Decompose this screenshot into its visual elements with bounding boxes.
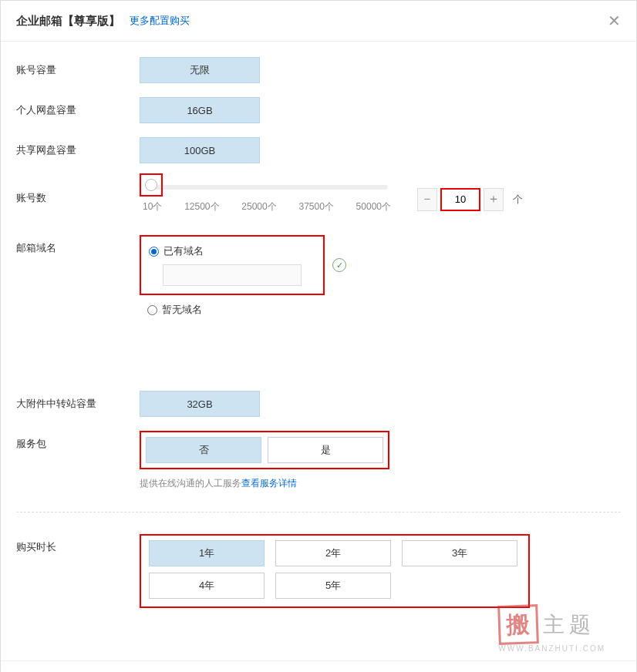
qty-plus-button[interactable]: ＋: [484, 188, 504, 211]
watermark: 搬主题 WWW.BANZHUTI.COM: [498, 605, 605, 653]
modal-body: 账号容量 无限 个人网盘容量 16GB 共享网盘容量 100GB 账号数 10个…: [1, 42, 636, 660]
service-pack-no[interactable]: 否: [146, 437, 261, 463]
label-account-count: 账号数: [16, 185, 140, 205]
slider-tick: 37500个: [298, 200, 333, 213]
chip-large-attach[interactable]: 32GB: [140, 391, 260, 417]
domain-existing-box: 已有域名: [140, 235, 325, 295]
chip-shared-disk[interactable]: 100GB: [140, 137, 260, 163]
radio-no-domain[interactable]: 暂无域名: [147, 303, 621, 317]
radio-label: 已有域名: [163, 244, 204, 258]
label-large-attach: 大附件中转站容量: [16, 391, 140, 411]
service-pack-hint: 提供在线沟通的人工服务查看服务详情: [140, 477, 621, 490]
slider-tick: 10个: [143, 200, 162, 213]
duration-group: 1年 2年 3年 4年 5年: [140, 534, 530, 608]
slider-tick: 50000个: [356, 200, 391, 213]
duration-3y[interactable]: 3年: [402, 540, 517, 566]
domain-input[interactable]: [163, 264, 302, 286]
duration-4y[interactable]: 4年: [149, 573, 265, 599]
service-detail-link[interactable]: 查看服务详情: [241, 478, 297, 489]
chip-account-capacity[interactable]: 无限: [140, 57, 260, 83]
service-pack-yes[interactable]: 是: [268, 437, 383, 463]
check-circle-icon: ✓: [332, 258, 346, 272]
modal-header: 企业邮箱【尊享版】 更多配置购买 ✕: [1, 1, 636, 42]
duration-1y[interactable]: 1年: [149, 540, 265, 566]
slider-ticks: 10个 12500个 25000个 37500个 50000个: [140, 200, 394, 213]
qty-minus-button[interactable]: －: [417, 188, 437, 211]
label-personal-disk: 个人网盘容量: [16, 97, 140, 117]
qty-input[interactable]: [440, 188, 480, 211]
radio-icon: [147, 305, 157, 315]
divider: [16, 512, 621, 512]
modal-footer: 配置费用 ¥1,400.00 ? 立即购买: [1, 660, 636, 672]
label-account-capacity: 账号容量: [16, 57, 140, 77]
modal-title: 企业邮箱【尊享版】: [16, 14, 120, 29]
label-mail-domain: 邮箱域名: [16, 235, 140, 255]
duration-5y[interactable]: 5年: [275, 573, 391, 599]
close-icon[interactable]: ✕: [608, 12, 621, 30]
label-service-pack: 服务包: [16, 431, 140, 451]
radio-existing-domain[interactable]: 已有域名: [149, 244, 312, 258]
config-modal: 企业邮箱【尊享版】 更多配置购买 ✕ 账号容量 无限 个人网盘容量 16GB 共…: [0, 0, 637, 672]
chip-personal-disk[interactable]: 16GB: [140, 97, 260, 123]
slider-tick: 12500个: [184, 200, 219, 213]
radio-icon: [149, 247, 159, 257]
account-count-slider[interactable]: 10个 12500个 25000个 37500个 50000个: [140, 185, 394, 213]
duration-2y[interactable]: 2年: [275, 540, 391, 566]
service-pack-group: 否 是: [140, 431, 389, 469]
slider-tick: 25000个: [241, 200, 276, 213]
radio-label: 暂无域名: [162, 303, 202, 317]
slider-handle[interactable]: [140, 173, 163, 197]
label-duration: 购买时长: [16, 534, 140, 554]
label-shared-disk: 共享网盘容量: [16, 137, 140, 157]
qty-unit: 个: [513, 193, 523, 207]
more-config-link[interactable]: 更多配置购买: [130, 14, 190, 28]
